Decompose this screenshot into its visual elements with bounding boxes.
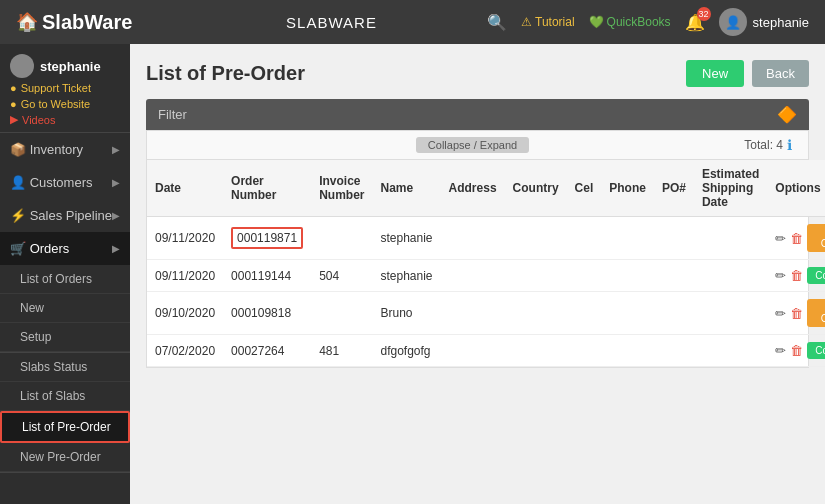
header-buttons: New Back <box>686 60 809 87</box>
quickbooks-link[interactable]: 💚 QuickBooks <box>589 15 671 29</box>
cell-options: ✏ 🗑 To Confirm <box>767 217 825 260</box>
main-content: List of Pre-Order New Back Filter 🔶 Coll… <box>130 44 825 504</box>
go-to-website-link[interactable]: ● Go to Website <box>10 98 120 110</box>
cell-address <box>441 292 505 335</box>
table-row: 09/11/2020 000119871 stephanie ✏ 🗑 To Co… <box>147 217 825 260</box>
confirmed-button[interactable]: Confirmed <box>807 342 825 359</box>
filter-bar: Filter 🔶 <box>146 99 809 130</box>
chevron-icon: ▶ <box>112 243 120 254</box>
cell-options: ✏ 🗑 To Confirm <box>767 292 825 335</box>
app-title: SLABWARE <box>176 14 487 31</box>
col-order-number: Order Number <box>223 160 311 217</box>
collapse-bar: Collapse / Expand <box>363 133 581 157</box>
avatar: 👤 <box>719 8 747 36</box>
nav-actions: 🔍 ⚠ Tutorial 💚 QuickBooks 🔔 32 👤 stephan… <box>487 8 809 36</box>
edit-button[interactable]: ✏ <box>775 268 786 283</box>
total-icon: ℹ <box>787 137 792 153</box>
cell-invoice-number <box>311 292 372 335</box>
cell-country <box>505 335 567 367</box>
sidebar-subitem-slabs-status[interactable]: Slabs Status <box>0 353 130 382</box>
table-total: Total: 4 ℹ <box>582 135 802 155</box>
filter-icon: 🔶 <box>777 105 797 124</box>
collapse-expand-button[interactable]: Collapse / Expand <box>416 137 529 153</box>
back-button[interactable]: Back <box>752 60 809 87</box>
sidebar-subitem-list-slabs[interactable]: List of Slabs <box>0 382 130 411</box>
options-cell: ✏ 🗑 Confirmed <box>775 267 825 284</box>
cell-options: ✏ 🗑 Confirmed <box>767 260 825 292</box>
cell-po <box>654 335 694 367</box>
col-address: Address <box>441 160 505 217</box>
col-date: Date <box>147 160 223 217</box>
cell-estimated-shipping <box>694 335 767 367</box>
sidebar-subitem-new[interactable]: New <box>0 294 130 323</box>
table-row: 09/10/2020 000109818 Bruno ✏ 🗑 To Confir… <box>147 292 825 335</box>
sidebar-item-customers[interactable]: 👤 Customers ▶ <box>0 166 130 199</box>
edit-button[interactable]: ✏ <box>775 231 786 246</box>
notifications-bell[interactable]: 🔔 32 <box>685 13 705 32</box>
cell-date: 07/02/2020 <box>147 335 223 367</box>
filter-label: Filter <box>158 107 187 122</box>
cell-phone <box>601 335 654 367</box>
videos-link[interactable]: ▶ Videos <box>10 113 120 126</box>
col-options: Options <box>767 160 825 217</box>
to-confirm-button[interactable]: To Confirm <box>807 224 825 252</box>
col-phone: Phone <box>601 160 654 217</box>
table-row: 07/02/2020 00027264 481 dfgofgofg ✏ 🗑 Co… <box>147 335 825 367</box>
sidebar-item-sales-pipeline[interactable]: ⚡ Sales Pipeline ▶ <box>0 199 130 232</box>
to-confirm-button[interactable]: To Confirm <box>807 299 825 327</box>
cell-order-number: 000119871 <box>223 217 311 260</box>
user-menu[interactable]: 👤 stephanie <box>719 8 809 36</box>
delete-button[interactable]: 🗑 <box>790 231 803 246</box>
delete-button[interactable]: 🗑 <box>790 306 803 321</box>
support-ticket-link[interactable]: ● Support Ticket <box>10 82 120 94</box>
cell-invoice-number <box>311 217 372 260</box>
search-icon[interactable]: 🔍 <box>487 13 507 32</box>
edit-button[interactable]: ✏ <box>775 343 786 358</box>
table-body: 09/11/2020 000119871 stephanie ✏ 🗑 To Co… <box>147 217 825 367</box>
cell-estimated-shipping <box>694 260 767 292</box>
sidebar-item-inventory[interactable]: 📦 Inventory ▶ <box>0 133 130 166</box>
cell-order-number: 000109818 <box>223 292 311 335</box>
cell-estimated-shipping <box>694 217 767 260</box>
sidebar-subitem-setup[interactable]: Setup <box>0 323 130 352</box>
cell-country <box>505 292 567 335</box>
sidebar-subitem-list-orders[interactable]: List of Orders <box>0 265 130 294</box>
col-po: PO# <box>654 160 694 217</box>
page-header: List of Pre-Order New Back <box>146 60 809 87</box>
chevron-icon: ▶ <box>112 144 120 155</box>
cell-country <box>505 217 567 260</box>
tutorial-link[interactable]: ⚠ Tutorial <box>521 15 575 29</box>
cell-invoice-number: 504 <box>311 260 372 292</box>
col-country: Country <box>505 160 567 217</box>
cell-date: 09/11/2020 <box>147 217 223 260</box>
sidebar-item-orders[interactable]: 🛒 Orders ▶ <box>0 232 130 265</box>
sidebar-section-slabs: Slabs Status List of Slabs List of Pre-O… <box>0 353 130 473</box>
top-nav: 🏠 SlabWare SLABWARE 🔍 ⚠ Tutorial 💚 Quick… <box>0 0 825 44</box>
sidebar-menu: 📦 Inventory ▶ 👤 Customers ▶ ⚡ Sales Pipe… <box>0 133 130 504</box>
cell-order-number: 000119144 <box>223 260 311 292</box>
table-area: Collapse / Expand Total: 4 ℹ Date Order … <box>146 130 809 368</box>
table-row: 09/11/2020 000119144 504 stephanie ✏ 🗑 C… <box>147 260 825 292</box>
cell-po <box>654 292 694 335</box>
col-estimated-shipping: Estimated Shipping Date <box>694 160 767 217</box>
options-cell: ✏ 🗑 Confirmed <box>775 342 825 359</box>
cell-cel <box>567 292 602 335</box>
cell-order-number: 00027264 <box>223 335 311 367</box>
cell-po <box>654 260 694 292</box>
delete-button[interactable]: 🗑 <box>790 268 803 283</box>
confirmed-button[interactable]: Confirmed <box>807 267 825 284</box>
cell-date: 09/10/2020 <box>147 292 223 335</box>
chevron-icon: ▶ <box>112 177 120 188</box>
new-button[interactable]: New <box>686 60 744 87</box>
cell-phone <box>601 292 654 335</box>
notification-count: 32 <box>697 7 711 21</box>
edit-button[interactable]: ✏ <box>775 306 786 321</box>
sidebar: stephanie ● Support Ticket ● Go to Websi… <box>0 44 130 504</box>
cell-name: stephanie <box>372 217 440 260</box>
sidebar-subitem-list-preorder[interactable]: List of Pre-Order <box>0 411 130 443</box>
col-name: Name <box>372 160 440 217</box>
delete-button[interactable]: 🗑 <box>790 343 803 358</box>
table-header: Date Order Number Invoice Number Name Ad… <box>147 160 825 217</box>
sidebar-subitem-new-preorder[interactable]: New Pre-Order <box>0 443 130 472</box>
logo-icon: 🏠 <box>16 11 38 33</box>
